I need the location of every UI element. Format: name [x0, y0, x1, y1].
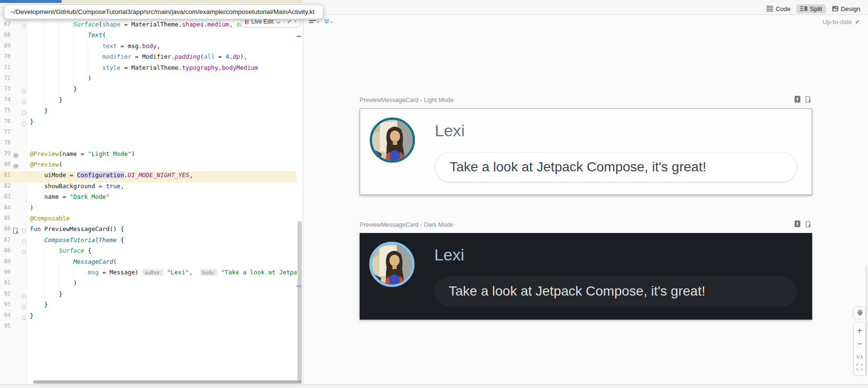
code-line[interactable]: 91)	[0, 279, 297, 290]
line-number: 69	[0, 42, 11, 49]
code-text: }	[30, 118, 34, 125]
line-number: 83	[0, 193, 11, 200]
code-line[interactable]: 76}	[0, 118, 297, 129]
preview-settings-icon[interactable]	[13, 152, 19, 160]
code-line[interactable]: 89MessageCard(	[0, 258, 297, 269]
code-line[interactable]: 79@Preview(name = "Light Mode")	[0, 150, 297, 161]
code-lines[interactable]: 67Surface(shape = MaterialTheme.shapes.m…	[0, 21, 297, 333]
run-preview-icon[interactable]	[805, 220, 812, 230]
preview-settings-icon[interactable]	[13, 163, 19, 171]
line-number: 76	[0, 118, 11, 125]
code-line[interactable]: 94}	[0, 312, 297, 323]
code-line[interactable]: 83name = "Dark Mode"	[0, 193, 297, 204]
preview-scrollbar[interactable]	[866, 265, 867, 376]
code-line[interactable]: 68Text(	[0, 31, 297, 42]
line-number: 78	[0, 139, 11, 146]
tab-design[interactable]: Design	[828, 4, 864, 13]
code-line[interactable]: 78	[0, 139, 297, 150]
change-mark	[297, 36, 301, 37]
code-editor-pane[interactable]: 67Surface(shape = MaterialTheme.shapes.m…	[0, 15, 303, 384]
indent-guide	[59, 75, 59, 85]
panel-title-row: PreviewMessageCard - Light Mode	[360, 96, 812, 104]
code-line[interactable]: 74}	[0, 96, 297, 107]
code-line[interactable]: 82showBackground = true,	[0, 182, 297, 193]
zoom-to-fit-button[interactable]	[854, 364, 866, 372]
code-text: }	[59, 290, 63, 297]
panel-title-row: PreviewMessageCard - Dark Mode	[360, 220, 812, 229]
message-author: Lexi	[434, 246, 464, 264]
code-line[interactable]: 71style = MaterialTheme.typography.bodyM…	[0, 64, 297, 75]
horizontal-scrollbar[interactable]	[33, 380, 302, 384]
code-line[interactable]: 72)	[0, 75, 297, 85]
code-text: }	[44, 301, 48, 308]
code-line[interactable]: 90msg = Message( author: "Lexi", body: "…	[0, 269, 297, 279]
compose-preview-pane: ▾ ▾ Up-to-date ✔ PreviewMessageCard - Li…	[303, 15, 868, 384]
code-line[interactable]: 88Surface {	[0, 247, 297, 258]
mode-tabs: Code Split Design	[763, 4, 864, 13]
live-edit-pause-icon[interactable]	[245, 20, 248, 24]
code-line[interactable]: 86fun PreviewMessageCard() {	[0, 225, 297, 236]
line-number: 70	[0, 53, 11, 60]
code-line[interactable]: 93}	[0, 301, 297, 311]
code-line[interactable]: 77	[0, 129, 297, 139]
vertical-scrollbar[interactable]	[298, 221, 302, 382]
fold-up-icon[interactable]	[21, 88, 26, 95]
code-text: msg = Message( author: "Lexi", body: "Ta…	[88, 269, 297, 276]
fold-up-icon[interactable]	[21, 120, 26, 128]
zoom-in-button[interactable]: +	[854, 326, 866, 335]
code-line[interactable]: 84)	[0, 204, 297, 215]
fold-down-icon[interactable]	[21, 249, 26, 257]
run-preview-icon[interactable]	[13, 227, 20, 236]
indent-guide	[59, 64, 59, 75]
message-card-dark: Lexi Take a look at Jetpack Compose, it'…	[360, 233, 812, 320]
fold-up-icon[interactable]	[21, 293, 26, 300]
indent-guide	[73, 53, 74, 64]
code-line[interactable]: 73}	[0, 85, 297, 96]
fold-up-icon[interactable]	[21, 303, 26, 310]
inspections-check-icon[interactable]: ✔	[287, 18, 292, 25]
code-line[interactable]: 69text = msg.body,	[0, 42, 297, 53]
message-card-light: Lexi Take a look at Jetpack Compose, it'…	[360, 108, 812, 195]
line-number: 68	[0, 31, 11, 38]
indent-guide	[73, 64, 74, 75]
run-preview-icon[interactable]	[805, 96, 812, 105]
code-text: modifier = Modifier.padding(all = 4.dp),	[103, 53, 247, 60]
code-line[interactable]: 95	[0, 323, 297, 333]
interactive-preview-icon[interactable]	[794, 220, 801, 230]
code-text: MessageCard(	[73, 258, 117, 265]
code-line[interactable]: 80@Preview(	[0, 161, 297, 171]
fold-down-icon[interactable]	[21, 23, 26, 30]
line-number: 93	[0, 301, 11, 308]
pan-tool-button[interactable]	[853, 307, 866, 319]
indent-guide	[44, 247, 45, 258]
fold-up-icon[interactable]	[21, 109, 26, 116]
fold-up-icon[interactable]	[21, 314, 26, 322]
code-line[interactable]: 81uiMode = Configuration.UI_MODE_NIGHT_Y…	[0, 171, 297, 182]
line-number: 67	[0, 21, 11, 27]
fold-down-icon[interactable]	[21, 239, 26, 246]
code-line[interactable]: 70modifier = Modifier.padding(all = 4.dp…	[0, 53, 297, 64]
interactive-preview-icon[interactable]	[794, 95, 801, 105]
code-line[interactable]: 75}	[0, 107, 297, 117]
zoom-out-button[interactable]: −	[854, 340, 866, 349]
tab-split[interactable]: Split	[796, 4, 826, 13]
indent-guide	[44, 258, 45, 269]
line-number: 74	[0, 96, 11, 103]
line-number: 84	[0, 204, 11, 211]
message-text: Take a look at Jetpack Compose, it's gre…	[449, 284, 705, 299]
tab-code[interactable]: Code	[763, 4, 794, 13]
preview-panel-light: PreviewMessageCard - Light Mode	[360, 96, 812, 104]
code-line[interactable]: 87ComposeTutorialTheme {	[0, 236, 297, 247]
code-text: fun PreviewMessageCard() {	[30, 225, 124, 233]
line-number: 82	[0, 182, 11, 189]
fold-up-icon[interactable]	[21, 99, 26, 106]
zoom-actual-size-button[interactable]: 1:1	[854, 354, 866, 359]
build-refresh-icon[interactable]: ▾	[324, 18, 333, 24]
code-text: @Composable	[30, 215, 70, 222]
line-number: 94	[0, 312, 11, 319]
fold-down-icon[interactable]	[21, 228, 26, 235]
code-line[interactable]: 85@Composable	[0, 215, 297, 225]
indent-guide	[59, 269, 59, 279]
line-number: 77	[0, 129, 11, 135]
code-line[interactable]: 92}	[0, 290, 297, 301]
